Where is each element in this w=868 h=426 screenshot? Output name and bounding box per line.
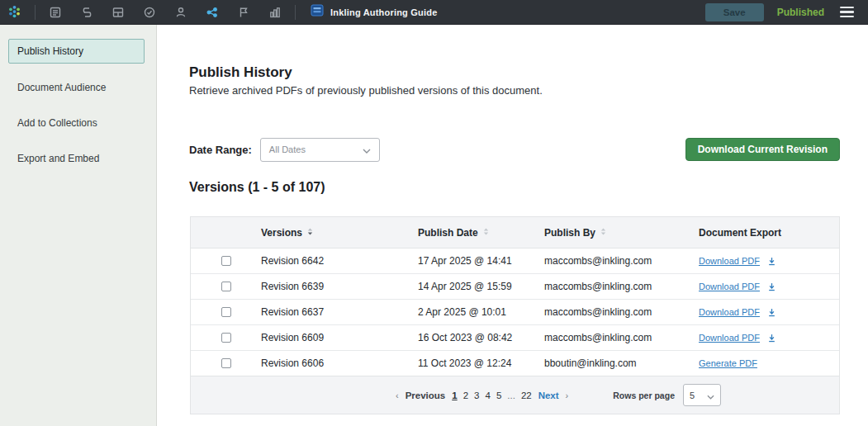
row-publish-by: maccombs@inkling.com (544, 255, 699, 267)
page-number-4[interactable]: 4 (485, 390, 490, 400)
pagination: ‹ Previous 12345...22 Next › (396, 390, 568, 400)
chevron-down-icon (707, 388, 714, 403)
row-publish-by: bboutin@inkling.com (544, 357, 699, 369)
settings-sidebar: Publish History Document Audience Add to… (0, 25, 157, 426)
date-range-label: Date Range: (189, 144, 252, 156)
row-checkbox[interactable] (221, 282, 231, 291)
date-range-value: All Dates (269, 144, 363, 154)
sidebar-item-publish-history[interactable]: Publish History (8, 39, 145, 64)
export-pdf-link[interactable]: Download PDF (699, 282, 760, 291)
page-subtitle: Retrieve archived PDFs of previously pub… (189, 84, 868, 97)
export-pdf-link[interactable]: Download PDF (699, 256, 760, 266)
export-pdf-link[interactable]: Download PDF (699, 307, 760, 317)
rows-per-page-value: 5 (690, 390, 707, 400)
reader-icon[interactable] (45, 3, 65, 21)
rows-per-page-label: Rows per page (613, 390, 675, 400)
layout-icon[interactable] (108, 3, 128, 21)
column-header-document-export: Document Export (699, 227, 839, 239)
people-icon[interactable] (171, 3, 191, 21)
row-publish-by: maccombs@inkling.com (544, 281, 699, 292)
page-number-3[interactable]: 3 (474, 390, 479, 400)
share-icon[interactable] (202, 3, 222, 21)
document-title: Inkling Authoring Guide (330, 7, 437, 17)
row-checkbox[interactable] (221, 307, 231, 317)
sidebar-item-export-and-embed[interactable]: Export and Embed (8, 146, 145, 171)
download-icon[interactable] (767, 308, 776, 317)
row-version: Revision 6609 (261, 332, 418, 343)
download-icon[interactable] (767, 257, 776, 266)
main-content: Publish History Retrieve archived PDFs o… (158, 25, 868, 426)
date-range-select[interactable]: All Dates (260, 138, 380, 162)
page-title: Publish History (189, 64, 868, 81)
menu-icon[interactable] (837, 4, 856, 20)
next-page-button[interactable]: Next (538, 390, 559, 400)
rows-per-page-select[interactable]: 5 (683, 384, 721, 406)
row-version: Revision 6637 (261, 306, 418, 318)
published-status-badge: Published (777, 7, 824, 18)
column-header-publish-by[interactable]: Publish By (544, 227, 699, 239)
check-circle-icon[interactable] (140, 3, 159, 21)
inkling-logo-icon[interactable] (0, 4, 28, 20)
table-row: Revision 6642 17 Apr 2025 @ 14:41 maccom… (191, 248, 839, 274)
row-publish-date: 11 Oct 2023 @ 12:24 (418, 357, 544, 369)
page-number-5[interactable]: 5 (496, 390, 501, 400)
row-version: Revision 6606 (261, 357, 418, 369)
chevron-down-icon (363, 142, 371, 157)
page-number-2[interactable]: 2 (463, 390, 468, 400)
table-row: Revision 6639 14 Apr 2025 @ 15:59 maccom… (191, 274, 839, 300)
save-button[interactable]: Save (705, 3, 764, 21)
row-version: Revision 6639 (261, 281, 418, 292)
row-publish-date: 14 Apr 2025 @ 15:59 (418, 281, 544, 292)
table-row: Revision 6637 2 Apr 2025 @ 10:01 maccomb… (191, 300, 839, 325)
flag-icon[interactable] (234, 3, 254, 21)
row-checkbox[interactable] (221, 333, 231, 343)
sort-icon (306, 227, 314, 239)
sidebar-item-document-audience[interactable]: Document Audience (8, 75, 145, 100)
row-checkbox[interactable] (221, 358, 231, 368)
top-toolbar: Inkling Authoring Guide Save Published (0, 0, 868, 25)
page-number-1[interactable]: 1 (452, 390, 457, 400)
row-version: Revision 6642 (261, 255, 418, 267)
toolbar-divider (35, 5, 36, 20)
row-publish-date: 17 Apr 2025 @ 14:41 (418, 255, 544, 267)
download-icon[interactable] (767, 282, 776, 291)
table-row: Revision 6609 16 Oct 2023 @ 08:42 maccom… (191, 325, 839, 351)
export-pdf-link[interactable]: Download PDF (699, 333, 760, 343)
previous-arrow-icon: ‹ (396, 390, 399, 400)
download-icon[interactable] (767, 334, 776, 343)
book-icon (311, 4, 324, 20)
row-publish-date: 16 Oct 2023 @ 08:42 (418, 332, 544, 343)
page-ellipsis: ... (507, 390, 515, 400)
column-header-publish-date[interactable]: Publish Date (418, 227, 544, 239)
sort-icon (600, 227, 607, 239)
download-current-revision-button[interactable]: Download Current Revision (685, 138, 840, 161)
table-row: Revision 6606 11 Oct 2023 @ 12:24 bbouti… (191, 351, 839, 376)
page-number-22[interactable]: 22 (521, 390, 532, 400)
bar-chart-icon[interactable] (265, 3, 285, 21)
sort-icon (482, 227, 490, 239)
row-publish-by: maccombs@inkling.com (544, 332, 699, 343)
versions-table: Versions Publish Date Publish By Documen… (190, 216, 840, 414)
page-list: 12345...22 (452, 390, 531, 400)
next-arrow-icon: › (566, 390, 569, 400)
row-publish-date: 2 Apr 2025 @ 10:01 (418, 306, 544, 318)
table-header-row: Versions Publish Date Publish By Documen… (191, 217, 839, 248)
row-publish-by: maccombs@inkling.com (544, 306, 699, 318)
row-checkbox[interactable] (221, 256, 231, 266)
previous-page-button[interactable]: Previous (406, 390, 446, 400)
toolbar-divider (295, 5, 296, 20)
table-footer: ‹ Previous 12345...22 Next › Rows per pa… (191, 376, 839, 414)
sidebar-item-add-to-collections[interactable]: Add to Collections (8, 111, 145, 135)
column-header-versions[interactable]: Versions (261, 227, 418, 239)
versions-heading: Versions (1 - 5 of 107) (189, 180, 325, 195)
export-pdf-link[interactable]: Generate PDF (699, 358, 757, 368)
structure-icon[interactable] (77, 3, 97, 21)
table-body: Revision 6642 17 Apr 2025 @ 14:41 maccom… (191, 248, 839, 376)
